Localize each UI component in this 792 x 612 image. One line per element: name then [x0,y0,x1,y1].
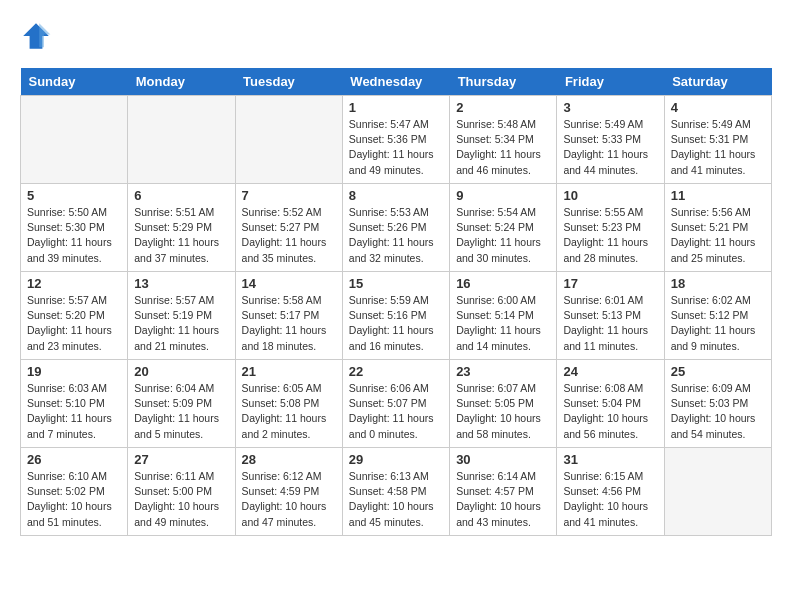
calendar-cell [235,96,342,184]
day-number: 27 [134,452,228,467]
day-number: 9 [456,188,550,203]
day-info: Sunrise: 5:54 AM Sunset: 5:24 PM Dayligh… [456,205,550,266]
day-number: 2 [456,100,550,115]
calendar-cell: 6Sunrise: 5:51 AM Sunset: 5:29 PM Daylig… [128,184,235,272]
day-number: 15 [349,276,443,291]
day-number: 16 [456,276,550,291]
calendar-cell: 16Sunrise: 6:00 AM Sunset: 5:14 PM Dayli… [450,272,557,360]
calendar-cell: 18Sunrise: 6:02 AM Sunset: 5:12 PM Dayli… [664,272,771,360]
day-info: Sunrise: 5:49 AM Sunset: 5:33 PM Dayligh… [563,117,657,178]
calendar-cell: 5Sunrise: 5:50 AM Sunset: 5:30 PM Daylig… [21,184,128,272]
calendar-cell [128,96,235,184]
day-number: 4 [671,100,765,115]
day-number: 6 [134,188,228,203]
day-info: Sunrise: 6:08 AM Sunset: 5:04 PM Dayligh… [563,381,657,442]
day-info: Sunrise: 5:57 AM Sunset: 5:19 PM Dayligh… [134,293,228,354]
day-number: 7 [242,188,336,203]
calendar-cell: 21Sunrise: 6:05 AM Sunset: 5:08 PM Dayli… [235,360,342,448]
day-number: 23 [456,364,550,379]
day-header-thursday: Thursday [450,68,557,96]
calendar-body: 1Sunrise: 5:47 AM Sunset: 5:36 PM Daylig… [21,96,772,536]
calendar-week-4: 19Sunrise: 6:03 AM Sunset: 5:10 PM Dayli… [21,360,772,448]
day-number: 11 [671,188,765,203]
calendar-cell: 23Sunrise: 6:07 AM Sunset: 5:05 PM Dayli… [450,360,557,448]
calendar-cell: 13Sunrise: 5:57 AM Sunset: 5:19 PM Dayli… [128,272,235,360]
day-info: Sunrise: 5:56 AM Sunset: 5:21 PM Dayligh… [671,205,765,266]
calendar-cell: 9Sunrise: 5:54 AM Sunset: 5:24 PM Daylig… [450,184,557,272]
day-header-saturday: Saturday [664,68,771,96]
day-header-monday: Monday [128,68,235,96]
calendar-week-3: 12Sunrise: 5:57 AM Sunset: 5:20 PM Dayli… [21,272,772,360]
calendar-cell: 8Sunrise: 5:53 AM Sunset: 5:26 PM Daylig… [342,184,449,272]
calendar-cell: 2Sunrise: 5:48 AM Sunset: 5:34 PM Daylig… [450,96,557,184]
calendar-cell: 17Sunrise: 6:01 AM Sunset: 5:13 PM Dayli… [557,272,664,360]
day-number: 17 [563,276,657,291]
calendar-cell: 25Sunrise: 6:09 AM Sunset: 5:03 PM Dayli… [664,360,771,448]
calendar-cell: 24Sunrise: 6:08 AM Sunset: 5:04 PM Dayli… [557,360,664,448]
day-header-tuesday: Tuesday [235,68,342,96]
calendar-cell: 31Sunrise: 6:15 AM Sunset: 4:56 PM Dayli… [557,448,664,536]
calendar-table: SundayMondayTuesdayWednesdayThursdayFrid… [20,68,772,536]
calendar-cell: 27Sunrise: 6:11 AM Sunset: 5:00 PM Dayli… [128,448,235,536]
day-header-sunday: Sunday [21,68,128,96]
calendar-cell [21,96,128,184]
day-header-wednesday: Wednesday [342,68,449,96]
day-number: 1 [349,100,443,115]
page-header [20,20,772,52]
day-info: Sunrise: 6:10 AM Sunset: 5:02 PM Dayligh… [27,469,121,530]
day-info: Sunrise: 5:57 AM Sunset: 5:20 PM Dayligh… [27,293,121,354]
day-number: 21 [242,364,336,379]
day-info: Sunrise: 6:01 AM Sunset: 5:13 PM Dayligh… [563,293,657,354]
calendar-cell: 15Sunrise: 5:59 AM Sunset: 5:16 PM Dayli… [342,272,449,360]
day-info: Sunrise: 5:50 AM Sunset: 5:30 PM Dayligh… [27,205,121,266]
day-header-friday: Friday [557,68,664,96]
day-number: 19 [27,364,121,379]
calendar-cell: 12Sunrise: 5:57 AM Sunset: 5:20 PM Dayli… [21,272,128,360]
day-info: Sunrise: 6:13 AM Sunset: 4:58 PM Dayligh… [349,469,443,530]
calendar-cell: 10Sunrise: 5:55 AM Sunset: 5:23 PM Dayli… [557,184,664,272]
calendar-cell: 22Sunrise: 6:06 AM Sunset: 5:07 PM Dayli… [342,360,449,448]
day-info: Sunrise: 6:15 AM Sunset: 4:56 PM Dayligh… [563,469,657,530]
day-info: Sunrise: 6:00 AM Sunset: 5:14 PM Dayligh… [456,293,550,354]
day-number: 12 [27,276,121,291]
day-info: Sunrise: 5:58 AM Sunset: 5:17 PM Dayligh… [242,293,336,354]
day-number: 25 [671,364,765,379]
day-info: Sunrise: 6:05 AM Sunset: 5:08 PM Dayligh… [242,381,336,442]
logo-icon [20,20,52,52]
calendar-cell [664,448,771,536]
day-number: 26 [27,452,121,467]
day-info: Sunrise: 5:59 AM Sunset: 5:16 PM Dayligh… [349,293,443,354]
day-info: Sunrise: 5:48 AM Sunset: 5:34 PM Dayligh… [456,117,550,178]
calendar-cell: 1Sunrise: 5:47 AM Sunset: 5:36 PM Daylig… [342,96,449,184]
day-info: Sunrise: 5:47 AM Sunset: 5:36 PM Dayligh… [349,117,443,178]
day-number: 22 [349,364,443,379]
day-info: Sunrise: 5:51 AM Sunset: 5:29 PM Dayligh… [134,205,228,266]
calendar-cell: 29Sunrise: 6:13 AM Sunset: 4:58 PM Dayli… [342,448,449,536]
calendar-cell: 7Sunrise: 5:52 AM Sunset: 5:27 PM Daylig… [235,184,342,272]
day-info: Sunrise: 6:04 AM Sunset: 5:09 PM Dayligh… [134,381,228,442]
calendar-cell: 11Sunrise: 5:56 AM Sunset: 5:21 PM Dayli… [664,184,771,272]
day-number: 29 [349,452,443,467]
day-info: Sunrise: 6:07 AM Sunset: 5:05 PM Dayligh… [456,381,550,442]
day-info: Sunrise: 6:06 AM Sunset: 5:07 PM Dayligh… [349,381,443,442]
day-info: Sunrise: 5:55 AM Sunset: 5:23 PM Dayligh… [563,205,657,266]
day-number: 31 [563,452,657,467]
day-info: Sunrise: 6:09 AM Sunset: 5:03 PM Dayligh… [671,381,765,442]
day-number: 18 [671,276,765,291]
day-number: 28 [242,452,336,467]
day-info: Sunrise: 6:11 AM Sunset: 5:00 PM Dayligh… [134,469,228,530]
calendar-header-row: SundayMondayTuesdayWednesdayThursdayFrid… [21,68,772,96]
calendar-cell: 28Sunrise: 6:12 AM Sunset: 4:59 PM Dayli… [235,448,342,536]
day-number: 13 [134,276,228,291]
calendar-cell: 20Sunrise: 6:04 AM Sunset: 5:09 PM Dayli… [128,360,235,448]
calendar-cell: 30Sunrise: 6:14 AM Sunset: 4:57 PM Dayli… [450,448,557,536]
calendar-cell: 4Sunrise: 5:49 AM Sunset: 5:31 PM Daylig… [664,96,771,184]
logo [20,20,58,52]
calendar-cell: 26Sunrise: 6:10 AM Sunset: 5:02 PM Dayli… [21,448,128,536]
day-number: 24 [563,364,657,379]
calendar-cell: 3Sunrise: 5:49 AM Sunset: 5:33 PM Daylig… [557,96,664,184]
day-info: Sunrise: 5:49 AM Sunset: 5:31 PM Dayligh… [671,117,765,178]
day-number: 14 [242,276,336,291]
calendar-week-2: 5Sunrise: 5:50 AM Sunset: 5:30 PM Daylig… [21,184,772,272]
day-number: 3 [563,100,657,115]
